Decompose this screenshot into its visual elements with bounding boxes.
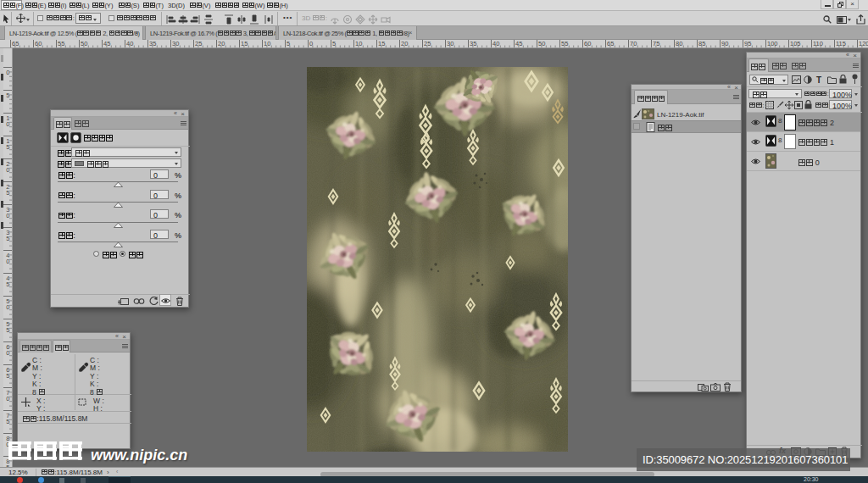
svg-text:40: 40 bbox=[492, 40, 499, 47]
svg-text:45: 45 bbox=[103, 40, 110, 47]
svg-text:30: 30 bbox=[447, 40, 453, 47]
svg-text:45: 45 bbox=[515, 40, 522, 47]
svg-text:80: 80 bbox=[676, 40, 682, 47]
svg-text:5: 5 bbox=[6, 372, 9, 380]
svg-text:75: 75 bbox=[653, 40, 659, 47]
svg-text:35: 35 bbox=[149, 40, 156, 47]
svg-text:10: 10 bbox=[264, 40, 270, 47]
svg-text:10: 10 bbox=[355, 40, 362, 47]
svg-text:0: 0 bbox=[6, 395, 9, 402]
svg-text:55: 55 bbox=[561, 40, 568, 47]
svg-text:120: 120 bbox=[859, 40, 868, 47]
svg-text:40: 40 bbox=[126, 40, 133, 47]
svg-text:25: 25 bbox=[424, 40, 431, 47]
svg-text:60: 60 bbox=[584, 40, 591, 47]
svg-text:100: 100 bbox=[767, 40, 778, 47]
svg-text:5: 5 bbox=[6, 235, 9, 242]
svg-text:5: 5 bbox=[6, 418, 9, 425]
svg-text:60: 60 bbox=[35, 40, 42, 47]
svg-text:55: 55 bbox=[58, 40, 64, 47]
svg-text:20: 20 bbox=[401, 40, 408, 47]
svg-text:65: 65 bbox=[12, 40, 19, 47]
svg-text:0: 0 bbox=[6, 166, 9, 174]
svg-text:85: 85 bbox=[698, 40, 705, 47]
svg-text:0: 0 bbox=[6, 258, 9, 265]
svg-text:5: 5 bbox=[6, 280, 9, 288]
svg-text:5: 5 bbox=[6, 143, 9, 151]
svg-text:115: 115 bbox=[836, 40, 846, 47]
svg-text:5: 5 bbox=[287, 40, 290, 47]
svg-text:5: 5 bbox=[6, 189, 9, 197]
svg-text:5: 5 bbox=[6, 326, 9, 334]
svg-text:25: 25 bbox=[195, 40, 202, 47]
svg-text:0: 0 bbox=[6, 120, 9, 128]
svg-text:50: 50 bbox=[81, 40, 87, 47]
svg-text:70: 70 bbox=[630, 40, 637, 47]
svg-text:105: 105 bbox=[790, 40, 801, 47]
svg-text:110: 110 bbox=[813, 40, 823, 47]
svg-text:90: 90 bbox=[721, 40, 728, 47]
svg-text:0: 0 bbox=[6, 303, 9, 311]
svg-text:0: 0 bbox=[6, 349, 9, 357]
svg-text:5: 5 bbox=[332, 40, 336, 47]
svg-text:95: 95 bbox=[744, 40, 751, 47]
svg-text:15: 15 bbox=[378, 40, 385, 47]
svg-text:50: 50 bbox=[538, 40, 545, 47]
svg-text:0: 0 bbox=[6, 212, 9, 219]
svg-text:30: 30 bbox=[172, 40, 179, 47]
svg-text:5: 5 bbox=[6, 92, 9, 99]
svg-text:65: 65 bbox=[607, 40, 614, 47]
svg-text:35: 35 bbox=[470, 40, 476, 47]
svg-text:0: 0 bbox=[309, 40, 313, 47]
svg-text:0: 0 bbox=[6, 69, 9, 76]
svg-text:15: 15 bbox=[241, 40, 248, 47]
svg-text:20: 20 bbox=[218, 40, 225, 47]
